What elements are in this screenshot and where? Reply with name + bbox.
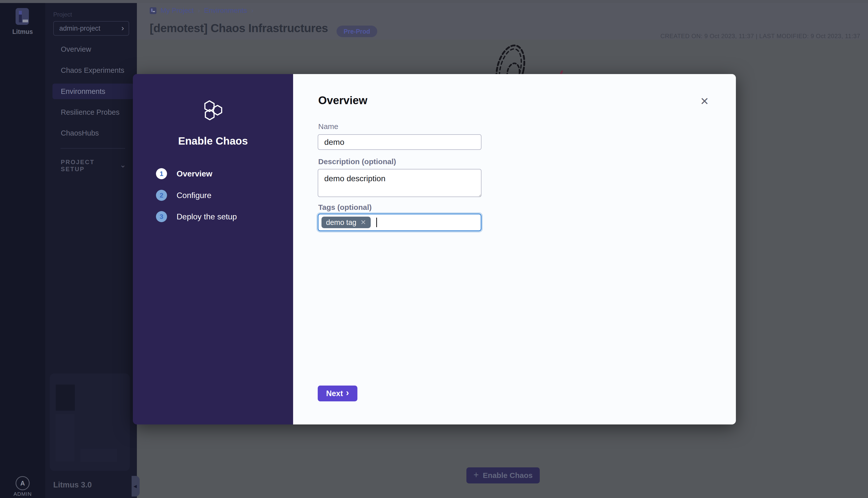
sidebar-skeleton-card xyxy=(50,374,130,471)
window-top-strip xyxy=(0,0,868,3)
text-caret xyxy=(376,218,377,227)
modal-heading: Overview xyxy=(318,94,367,107)
sidebar-item-label: Chaos Experiments xyxy=(61,66,124,75)
sidebar-item-label: Environments xyxy=(61,87,105,96)
litmus-logo-icon xyxy=(16,8,29,25)
breadcrumb-environments[interactable]: Environments xyxy=(204,6,247,15)
next-button-label: Next xyxy=(326,389,343,398)
project-selector[interactable]: admin-project › xyxy=(53,21,129,36)
step-number-badge: 2 xyxy=(156,190,167,201)
app-version-label: Litmus 3.0 xyxy=(53,481,92,489)
breadcrumb: My Project › Environments › xyxy=(150,5,254,16)
project-setup-label: PROJECT SETUP xyxy=(61,159,110,173)
sidebar-item-label: Overview xyxy=(61,45,91,53)
breadcrumb-my-project[interactable]: My Project xyxy=(160,6,194,15)
breadcrumb-separator-icon: › xyxy=(251,6,254,15)
tags-label: Tags (optional) xyxy=(318,203,372,212)
account-label: ADMIN xyxy=(0,491,45,497)
step-label: Deploy the setup xyxy=(177,212,237,221)
chevron-down-icon: ⌄ xyxy=(120,160,126,169)
sidebar-item-environments[interactable]: Environments xyxy=(61,86,131,97)
name-label: Name xyxy=(318,122,338,131)
page-header: My Project › Environments › [demotest] C… xyxy=(137,3,868,40)
tags-input[interactable]: demo tag ✕ xyxy=(318,214,481,231)
project-setup-section[interactable]: PROJECT SETUP ⌄ xyxy=(61,159,126,173)
enable-chaos-button-label: Enable Chaos xyxy=(483,471,532,480)
sidebar-item-label: ChaosHubs xyxy=(61,129,99,137)
sidebar-nav: Project admin-project › Overview Chaos E… xyxy=(45,0,137,498)
project-section-label: Project xyxy=(53,11,72,18)
name-input[interactable] xyxy=(318,134,481,150)
project-selector-value: admin-project xyxy=(59,25,101,32)
sidebar-item-resilience-probes[interactable]: Resilience Probes xyxy=(61,107,131,118)
description-textarea[interactable]: demo description xyxy=(318,169,481,197)
sidebar-item-label: Resilience Probes xyxy=(61,108,119,117)
overview-form-panel: Overview ✕ Name Description (optional) d… xyxy=(293,74,736,424)
sidebar-item-chaos-experiments[interactable]: Chaos Experiments xyxy=(61,65,131,76)
wizard-panel: Enable Chaos 1 Overview 2 Configure 3 De… xyxy=(133,74,293,424)
step-label: Configure xyxy=(177,191,211,200)
chevron-right-icon: › xyxy=(121,24,124,32)
chevron-right-icon: › xyxy=(346,388,349,398)
brand-label: Litmus xyxy=(0,28,45,35)
next-button[interactable]: Next › xyxy=(318,385,358,401)
enable-chaos-modal: Enable Chaos 1 Overview 2 Configure 3 De… xyxy=(133,74,736,424)
sidebar-item-overview[interactable]: Overview xyxy=(61,44,131,55)
hexagons-icon xyxy=(204,100,233,120)
wizard-step-deploy[interactable]: 3 Deploy the setup xyxy=(156,211,237,222)
breadcrumb-separator-icon: › xyxy=(198,6,200,15)
wizard-title: Enable Chaos xyxy=(133,135,293,147)
nav-divider xyxy=(61,148,125,148)
environment-type-badge: Pre-Prod xyxy=(337,26,377,37)
enable-chaos-button[interactable]: + Enable Chaos xyxy=(466,467,540,483)
step-number-badge: 3 xyxy=(156,211,167,222)
created-modified-meta: CREATED ON: 9 Oct 2023, 11:37 | LAST MOD… xyxy=(661,32,860,40)
page-title: [demotest] Chaos Infrastructures xyxy=(150,21,328,35)
tag-chip-label: demo tag xyxy=(326,218,357,227)
close-icon[interactable]: ✕ xyxy=(697,94,712,109)
step-number-badge: 1 xyxy=(156,168,167,179)
plus-icon: + xyxy=(474,470,479,480)
sidebar-item-chaoshubs[interactable]: ChaosHubs xyxy=(61,128,131,139)
wizard-step-configure[interactable]: 2 Configure xyxy=(156,190,211,201)
wizard-step-overview[interactable]: 1 Overview xyxy=(156,168,212,179)
remove-tag-icon[interactable]: ✕ xyxy=(360,219,366,226)
breadcrumb-logo-icon xyxy=(150,7,156,14)
description-label: Description (optional) xyxy=(318,157,396,166)
step-label: Overview xyxy=(177,169,212,179)
litmus-environments-screen: My Project › Environments › [demotest] C… xyxy=(0,0,868,498)
tag-chip: demo tag ✕ xyxy=(322,217,371,228)
sidebar-collapse-handle[interactable]: ◀ xyxy=(132,476,140,497)
avatar-initial: A xyxy=(20,480,25,487)
collapse-left-icon: ◀ xyxy=(133,484,137,489)
sidebar-icon-rail: Litmus A ADMIN xyxy=(0,0,45,498)
user-avatar[interactable]: A xyxy=(16,476,30,490)
